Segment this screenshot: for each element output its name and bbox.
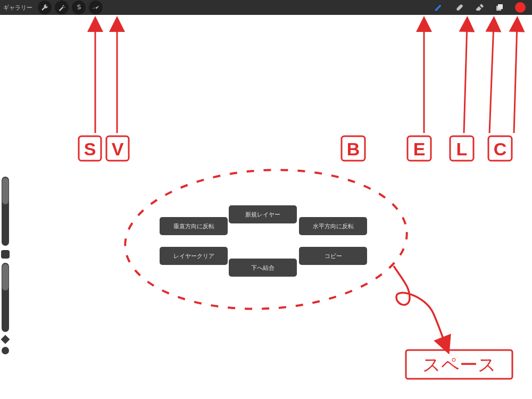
anno-space-label: スペース [422, 354, 496, 375]
svg-rect-7 [450, 136, 473, 161]
qm-flip-vertical[interactable]: 垂直方向に反転 [160, 217, 228, 235]
svg-rect-5 [342, 136, 365, 161]
qm-merge-down[interactable]: 下へ結合 [229, 259, 297, 277]
anno-letter-e: E [413, 139, 426, 159]
annotation-overlay: S V B E L C スペース [0, 0, 532, 399]
qm-copy[interactable]: コピー [299, 247, 367, 265]
slider-thumb[interactable] [2, 178, 9, 204]
opacity-slider[interactable] [2, 263, 9, 332]
anno-letter-b: B [347, 139, 360, 159]
cursor-arrow-icon[interactable] [89, 1, 103, 14]
slider-thumb[interactable] [2, 264, 9, 290]
right-tools [434, 2, 526, 13]
anno-letter-c: C [494, 139, 507, 159]
left-sidebar [0, 177, 11, 389]
qm-new-layer[interactable]: 新規レイヤー [229, 205, 297, 223]
color-swatch[interactable] [515, 2, 526, 13]
layers-icon[interactable] [495, 3, 504, 12]
eraser-icon[interactable] [475, 3, 484, 12]
qm-clear-layer[interactable]: レイヤークリア [160, 247, 228, 265]
svg-rect-8 [488, 136, 512, 161]
modifier-button-icon[interactable] [1, 250, 10, 259]
brush-size-slider[interactable] [2, 177, 9, 246]
svg-rect-4 [106, 136, 129, 161]
anno-letter-s: S [84, 139, 96, 159]
qm-flip-horizontal[interactable]: 水平方向に反転 [299, 217, 367, 235]
gallery-button[interactable]: ギャラリー [3, 4, 32, 12]
redo-button-icon[interactable] [2, 347, 9, 354]
smudge-icon[interactable] [454, 3, 464, 12]
svg-rect-10 [406, 350, 512, 379]
svg-point-9 [122, 163, 411, 315]
svg-rect-6 [408, 136, 431, 161]
undo-button-icon[interactable] [1, 335, 10, 344]
top-toolbar: ギャラリー [0, 0, 532, 15]
s-letter-icon[interactable] [72, 1, 86, 14]
anno-letter-v: V [112, 139, 124, 159]
brush-icon[interactable] [434, 3, 444, 12]
wand-icon[interactable] [55, 1, 69, 14]
anno-letter-l: L [456, 139, 468, 159]
svg-rect-3 [79, 136, 101, 161]
wrench-icon[interactable] [38, 1, 52, 14]
